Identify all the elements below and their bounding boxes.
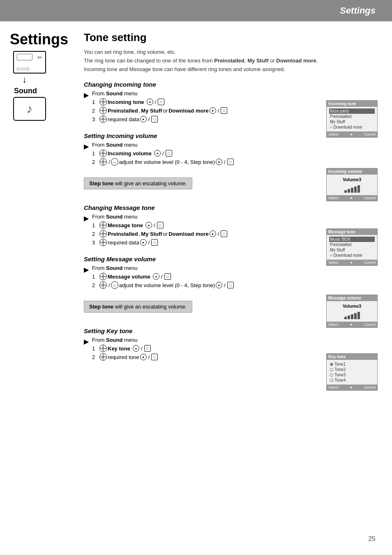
section-arrow-icon: ▶ [84,338,89,345]
step-2-message-tone: 2 Preinstalled, My Stuff or Download mor… [92,230,326,237]
spacer-key [326,330,380,353]
radio-unselected [330,373,333,377]
key-tone-screen: Key tone Tone1 Tone2 Tone3 [326,353,378,391]
bar-2 [348,315,350,319]
screen-radio-tone4: Tone4 [329,378,375,383]
section-block-message-volume: ▶ From Sound menu 1 Message volume [84,265,326,290]
back-btn: □ [221,230,227,237]
key-row [17,68,29,70]
tone4-label: Tone4 [334,378,346,382]
select-btn: ● [133,345,139,352]
screen-radio-tone3: Tone3 [329,372,375,378]
article-title: Tone setting [84,31,326,44]
nav-icon [99,158,107,166]
section-block-incoming-tone: ▶ From Sound menu 1 Incoming tone [84,90,326,124]
bar-2 [348,189,350,193]
select-btn: ● [210,230,216,237]
section-heading-message-volume: Setting Message volume [84,256,326,263]
screen-item-ibiza: Ibiza party [329,108,375,114]
screen-radio-tone2: Tone2 [329,367,375,372]
nav-icon [99,345,107,352]
page-number: 25 [368,535,376,543]
bar-5 [357,312,360,319]
nav-icon [99,230,107,237]
screen-bottom-message-tone: Select ● Cancel [327,260,377,265]
cancel-label: Cancel [364,322,376,327]
message-tone-screen: Message tone Music BOX Preinstalled My S… [326,228,378,266]
screen-bottom-incoming-volume: Select ● Cancel [327,195,377,201]
incoming-volume-screen: Incoming volume Volume3 Select ● Cancel [326,168,378,201]
screen-item-download-msg: ○ Download more [329,253,375,258]
bar-5 [357,185,360,193]
nav-lr-icon [111,158,118,166]
nav-icon [99,115,107,123]
cancel-label: Cancel [364,260,376,265]
tone1-label: Tone1 [334,362,346,366]
header-bar: Settings [0,0,392,21]
btn-label: ● [350,322,352,327]
step-1-key-tone: 1 Key tone ● / □ [92,345,326,352]
spacer-vol1 [326,140,380,168]
radio-unselected [330,379,333,382]
pencil-icon: ✏ [37,54,42,61]
btn-label: ● [350,260,352,265]
sidebar: Settings ✏ ↓ Sound ♪ [10,31,76,530]
vol-bars-message [328,310,376,319]
step-tone-note-1: Step tone will give an escalating volume… [84,177,192,189]
screen-bottom-message-volume: Select ● Cancel [327,322,377,327]
select-btn: ● [153,273,159,280]
select-btn: ● [140,239,147,246]
screen-item-mystuff: My Stuff [329,119,375,124]
nav-icon [99,273,107,280]
section-block-message-tone: ▶ From Sound menu 1 Message tone [84,214,326,247]
section-key-tone: Setting Key tone ▶ From Sound menu 1 [84,327,326,362]
nav-icon [99,98,107,106]
nav-icon [99,107,107,114]
section-heading-message-tone: Changing Message tone [84,204,326,211]
select-label: Select [328,260,339,265]
section-incoming-volume: Setting Incoming volume ▶ From Sound men… [84,132,326,196]
vol-bars-incoming [328,184,376,193]
section-message-tone: Changing Message tone ▶ From Sound menu … [84,204,326,247]
article: Tone setting You can set ring tone, ring… [76,31,326,530]
screens-column: Incoming tone Ibiza party Preinstalled M… [326,31,380,530]
section-heading-incoming-volume: Setting Incoming volume [84,132,326,139]
from-sound-1: From Sound menu [92,90,326,97]
step-1-incoming-volume: 1 Incoming volume ● / □ [92,150,326,157]
spacer-top [326,31,380,100]
screen-item-preinstalled: Preinstalled [329,114,375,119]
intro-text: You can set ring tone, ring volume, etc.… [84,48,326,74]
back-btn: □ [151,354,158,360]
phone-icon: ✏ [13,51,46,74]
section-arrow-icon: ▶ [84,143,89,150]
bar-4 [354,313,357,319]
screen-item-preinstalled-msg: Preinstalled [329,242,375,247]
step-2-key-tone: 2 required tone ● / □ [92,353,326,361]
screen-body-key-tone: Tone1 Tone2 Tone3 Tone4 [327,360,377,385]
screen-body-incoming-tone: Ibiza party Preinstalled My Stuff ○ Down… [327,107,377,131]
nav-lr-icon [111,281,118,289]
bar-3 [351,314,353,319]
page: Settings Settings ✏ ↓ Sound [0,0,392,555]
btn-label: ● [350,196,352,200]
select-label: Select [328,196,339,200]
back-btn: □ [164,273,171,280]
nav-icon [99,221,107,229]
step-1-message-tone: 1 Message tone ● / □ [92,221,326,229]
step-3-incoming-tone: 3 required data ● / □ [92,115,326,123]
screen-item-musicbox: Music BOX [329,237,375,242]
step-tone-note-2: Step tone will give an escalating volume… [84,301,192,313]
music-note-icon: ♪ [27,102,33,116]
back-btn: □ [158,99,164,105]
radio-selected [330,363,333,366]
from-sound-4: From Sound menu [92,265,326,271]
back-btn: □ [151,116,158,122]
screen-item-mystuff-msg: My Stuff [329,247,375,253]
volume-label-message: Volume3 [328,304,376,309]
nav-icon [99,150,107,157]
step-2-incoming-volume: 2 / adjust the volume level (0 - 4, Step… [92,158,326,166]
cancel-label: Cancel [364,196,376,200]
sidebar-icons: ✏ ↓ Sound ♪ [10,51,76,121]
volume-label-incoming: Volume3 [328,177,376,182]
back-btn: □ [151,239,158,246]
